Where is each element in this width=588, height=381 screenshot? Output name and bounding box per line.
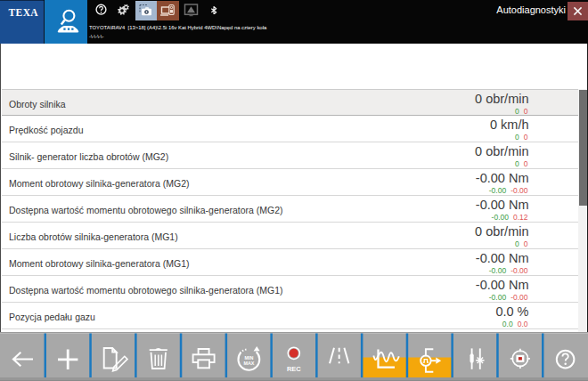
svg-text:MAX: MAX xyxy=(243,361,254,366)
svg-text:REC: REC xyxy=(287,365,301,373)
